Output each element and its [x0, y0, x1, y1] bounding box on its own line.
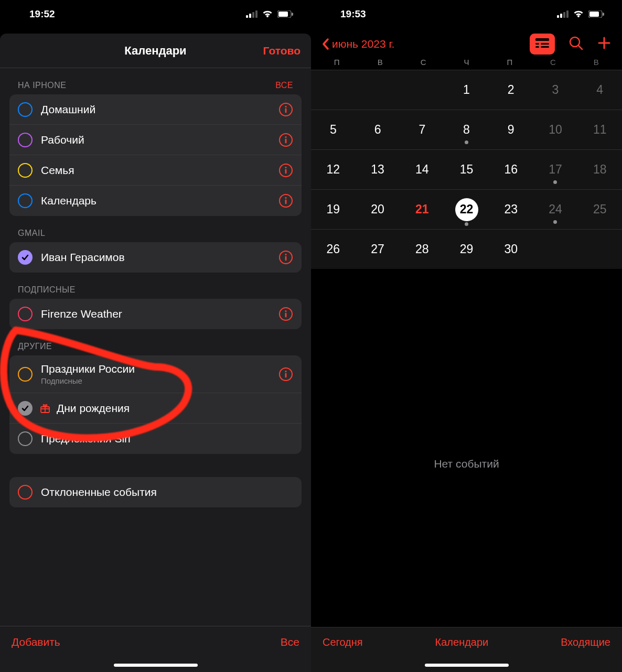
check-circle[interactable] [18, 193, 33, 208]
check-circle[interactable] [18, 367, 33, 382]
svg-rect-18 [285, 200, 287, 204]
check-circle[interactable] [18, 401, 33, 416]
calendar-row[interactable]: Календарь [9, 186, 302, 216]
calendars-sheet: Календари Готово НА IPHONEВСЕДомашнийРаб… [0, 34, 311, 672]
day-cell [356, 70, 400, 110]
day-cell[interactable]: 21 [400, 190, 444, 229]
day-cell[interactable]: 28 [400, 230, 444, 269]
day-cell[interactable]: 10 [533, 110, 578, 149]
section-all-button[interactable]: ВСЕ [275, 81, 293, 90]
day-cell[interactable]: 4 [577, 70, 622, 110]
list-icon [535, 38, 549, 50]
calendar-row[interactable]: Отклоненные события [9, 477, 302, 507]
calendar-row[interactable]: Праздники РоссииПодписные [9, 355, 302, 393]
weekday-label: П [315, 58, 358, 67]
svg-rect-39 [535, 43, 539, 45]
check-circle[interactable] [18, 250, 33, 265]
day-cell[interactable]: 16 [489, 150, 533, 189]
weekday-label: П [488, 58, 531, 67]
show-all-button[interactable]: Все [281, 636, 299, 648]
day-cell[interactable]: 2 [489, 70, 533, 110]
day-cell[interactable]: 22 [444, 190, 489, 229]
weekday-label: Ч [445, 58, 488, 67]
calendar-row[interactable]: Рабочий [9, 125, 302, 155]
list-view-button[interactable] [530, 34, 555, 55]
svg-rect-40 [535, 46, 539, 48]
day-cell[interactable]: 30 [489, 230, 533, 269]
day-cell[interactable]: 29 [444, 230, 489, 269]
calendar-row[interactable]: Иван Герасимов [9, 242, 302, 273]
check-circle[interactable] [18, 307, 33, 321]
svg-point-14 [285, 166, 286, 168]
home-indicator [425, 664, 509, 667]
check-circle[interactable] [18, 431, 33, 446]
day-cell[interactable]: 23 [489, 190, 533, 229]
svg-rect-33 [563, 12, 565, 18]
add-calendar-button[interactable]: Добавить [12, 636, 60, 648]
wifi-icon [573, 10, 584, 18]
day-cell[interactable]: 17 [533, 150, 578, 189]
event-dot [465, 140, 468, 144]
day-cell[interactable]: 14 [400, 150, 444, 189]
day-cell[interactable]: 1 [444, 70, 489, 110]
events-area: Нет событий Сегодня Календари Входящие [311, 269, 622, 672]
status-bar: 19:53 [311, 0, 622, 28]
day-cell[interactable]: 11 [577, 110, 622, 149]
day-cell[interactable]: 15 [444, 150, 489, 189]
search-button[interactable] [569, 36, 583, 52]
info-icon[interactable] [278, 133, 293, 147]
list-group: ДомашнийРабочийСемьяКалендарь [9, 94, 302, 216]
svg-rect-9 [285, 108, 287, 113]
day-cell[interactable]: 8 [444, 110, 489, 149]
day-cell[interactable]: 24 [533, 190, 578, 229]
check-circle[interactable] [18, 485, 33, 500]
weekday-label: С [531, 58, 574, 67]
info-icon[interactable] [278, 193, 293, 208]
calendar-row[interactable]: Семья [9, 155, 302, 186]
today-button[interactable]: Сегодня [323, 636, 363, 648]
day-cell[interactable]: 9 [489, 110, 533, 149]
done-button[interactable]: Готово [263, 45, 301, 57]
day-cell[interactable]: 19 [311, 190, 356, 229]
day-cell[interactable]: 7 [400, 110, 444, 149]
info-icon[interactable] [278, 102, 293, 117]
info-icon[interactable] [278, 250, 293, 265]
day-cell[interactable]: 3 [533, 70, 578, 110]
day-cell[interactable]: 5 [311, 110, 356, 149]
day-cell[interactable]: 25 [577, 190, 622, 229]
day-cell[interactable]: 20 [356, 190, 400, 229]
svg-rect-5 [278, 12, 288, 17]
day-cell[interactable]: 26 [311, 230, 356, 269]
check-circle[interactable] [18, 133, 33, 147]
svg-rect-32 [560, 14, 562, 18]
svg-rect-31 [557, 15, 559, 18]
svg-point-8 [285, 105, 286, 107]
svg-point-11 [285, 136, 286, 137]
info-icon[interactable] [278, 307, 293, 321]
check-circle[interactable] [18, 163, 33, 178]
calendars-button[interactable]: Календари [435, 636, 489, 648]
day-cell[interactable]: 27 [356, 230, 400, 269]
day-cell[interactable]: 6 [356, 110, 400, 149]
list-group: Отклоненные события [9, 477, 302, 507]
calendar-row[interactable]: Домашний [9, 94, 302, 125]
inbox-button[interactable]: Входящие [561, 636, 610, 648]
check-circle[interactable] [18, 102, 33, 117]
search-icon [569, 36, 583, 50]
weekday-row: ПВСЧПСВ [311, 58, 622, 70]
event-dot [553, 180, 557, 184]
sheet-footer: Добавить Все [0, 626, 311, 657]
info-icon[interactable] [278, 367, 293, 382]
day-cell[interactable]: 12 [311, 150, 356, 189]
back-button[interactable]: июнь 2023 г. [321, 38, 394, 50]
day-cell[interactable]: 13 [356, 150, 400, 189]
signal-icon [246, 10, 258, 18]
calendar-row[interactable]: Дни рождения [9, 393, 302, 424]
sheet-body[interactable]: НА IPHONEВСЕДомашнийРабочийСемьяКалендар… [0, 68, 311, 626]
calendar-row[interactable]: Firenze Weather [9, 299, 302, 329]
weekday-label: В [358, 58, 401, 67]
day-cell[interactable]: 18 [577, 150, 622, 189]
info-icon[interactable] [278, 163, 293, 178]
calendar-row[interactable]: Предложения Siri [9, 424, 302, 454]
add-event-button[interactable] [597, 36, 612, 52]
